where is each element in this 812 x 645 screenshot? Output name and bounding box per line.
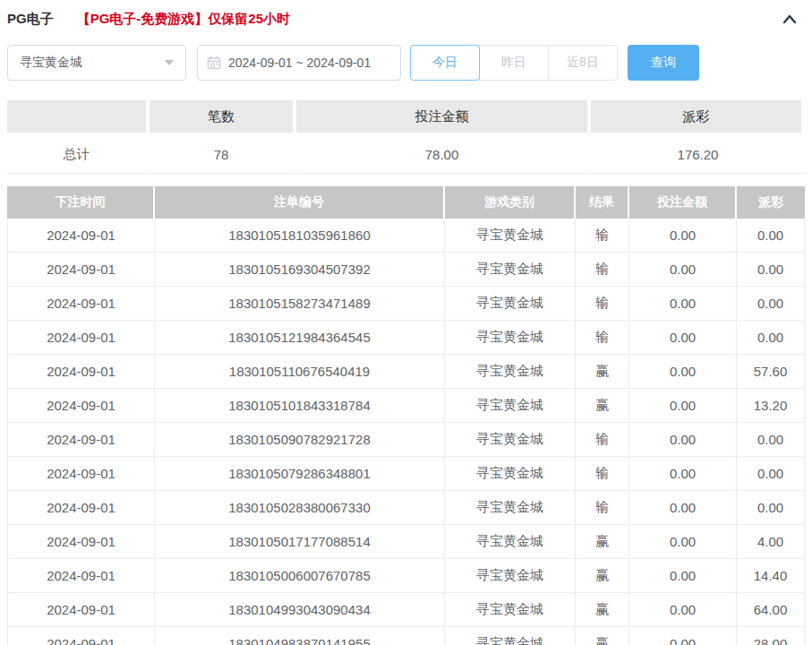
order-id-cell: 1830105121984364545 <box>155 321 445 355</box>
bet-amount-cell: 0.00 <box>629 389 737 423</box>
payout-cell: 0.00 <box>737 321 805 355</box>
result-cell: 输 <box>576 253 629 287</box>
game-type-cell: 寻宝黄金城 <box>445 457 576 491</box>
bet-amount-cell: 0.00 <box>629 321 737 355</box>
summary-header-payout: 派彩 <box>591 100 805 133</box>
bet-amount-cell: 0.00 <box>629 287 737 321</box>
query-button[interactable]: 查询 <box>628 45 699 81</box>
bet-amount-cell: 0.00 <box>629 559 737 593</box>
today-button[interactable]: 今日 <box>410 45 480 81</box>
game-type-cell: 寻宝黄金城 <box>445 559 576 593</box>
result-cell: 输 <box>576 423 629 457</box>
payout-cell: 64.00 <box>737 593 805 627</box>
bet-time-cell: 2024-09-01 <box>7 253 155 287</box>
order-id-cell: 1830105158273471489 <box>155 287 445 321</box>
result-cell: 赢 <box>576 627 629 645</box>
order-id-cell: 1830104983870141955 <box>155 627 445 645</box>
bet-time-cell: 2024-09-01 <box>7 321 155 355</box>
payout-cell: 4.00 <box>737 525 805 559</box>
game-type-cell: 寻宝黄金城 <box>445 219 576 253</box>
records-header-bet-amount: 投注金额 <box>629 186 737 219</box>
summary-header-bet-amount: 投注金额 <box>296 100 591 133</box>
game-select[interactable]: 寻宝黄金城 <box>7 45 186 81</box>
payout-cell: 0.00 <box>737 219 805 253</box>
records-header-payout: 派彩 <box>737 186 805 219</box>
table-row: 2024-09-01 1830105090782921728 寻宝黄金城 输 0… <box>7 423 805 457</box>
table-row: 2024-09-01 1830105101843318784 寻宝黄金城 赢 0… <box>7 389 805 423</box>
last-8-days-button[interactable]: 近8日 <box>548 45 618 81</box>
panel-header: PG电子 【PG电子-免费游戏】仅保留25小时 <box>0 0 812 29</box>
records-header-row: 下注时间 注单编号 游戏类别 结果 投注金额 派彩 <box>7 186 805 219</box>
summary-table: 笔数 投注金额 派彩 总计 78 78.00 176.20 <box>7 100 805 174</box>
bet-time-cell: 2024-09-01 <box>7 219 155 253</box>
table-row: 2024-09-01 1830104983870141955 寻宝黄金城 赢 0… <box>7 627 805 645</box>
game-type-cell: 寻宝黄金城 <box>445 423 576 457</box>
result-cell: 赢 <box>576 525 629 559</box>
result-cell: 输 <box>576 321 629 355</box>
game-type-cell: 寻宝黄金城 <box>445 525 576 559</box>
result-cell: 输 <box>576 491 629 525</box>
order-id-cell: 1830105028380067330 <box>155 491 445 525</box>
game-type-cell: 寻宝黄金城 <box>445 321 576 355</box>
records-body: 2024-09-01 1830105181035961860 寻宝黄金城 输 0… <box>7 219 805 645</box>
table-row: 2024-09-01 1830105017177088514 寻宝黄金城 赢 0… <box>7 525 805 559</box>
game-type-cell: 寻宝黄金城 <box>445 253 576 287</box>
bet-time-cell: 2024-09-01 <box>7 525 155 559</box>
bet-time-cell: 2024-09-01 <box>7 457 155 491</box>
game-type-cell: 寻宝黄金城 <box>445 491 576 525</box>
order-id-cell: 1830105017177088514 <box>155 525 445 559</box>
page-title: PG电子 <box>7 11 54 28</box>
order-id-cell: 1830105006007670785 <box>155 559 445 593</box>
summary-total-bet-amount: 78.00 <box>296 136 591 174</box>
calendar-icon <box>207 56 228 70</box>
table-row: 2024-09-01 1830105158273471489 寻宝黄金城 输 0… <box>7 287 805 321</box>
summary-total-count: 78 <box>150 136 296 174</box>
table-row: 2024-09-01 1830105028380067330 寻宝黄金城 输 0… <box>7 491 805 525</box>
order-id-cell: 1830105090782921728 <box>155 423 445 457</box>
records-header-result: 结果 <box>576 186 629 219</box>
game-type-cell: 寻宝黄金城 <box>445 287 576 321</box>
table-row: 2024-09-01 1830105181035961860 寻宝黄金城 输 0… <box>7 219 805 253</box>
order-id-cell: 1830105079286348801 <box>155 457 445 491</box>
summary-header-count: 笔数 <box>150 100 296 133</box>
result-cell: 赢 <box>576 559 629 593</box>
payout-cell: 14.40 <box>737 559 805 593</box>
result-cell: 赢 <box>576 355 629 389</box>
bet-amount-cell: 0.00 <box>629 627 737 645</box>
filter-bar: 寻宝黄金城 2024-09-01 ~ 2024-09-01 今日 昨日 近8日 … <box>7 45 805 81</box>
order-id-cell: 1830105181035961860 <box>155 219 445 253</box>
order-id-cell: 1830104993043090434 <box>155 593 445 627</box>
date-range-value: 2024-09-01 ~ 2024-09-01 <box>228 56 371 70</box>
bet-amount-cell: 0.00 <box>629 593 737 627</box>
free-game-notice: 【PG电子-免费游戏】仅保留25小时 <box>77 11 290 28</box>
bet-amount-cell: 0.00 <box>629 525 737 559</box>
table-row: 2024-09-01 1830105121984364545 寻宝黄金城 输 0… <box>7 321 805 355</box>
records-header-order-id: 注单编号 <box>155 186 445 219</box>
table-row: 2024-09-01 1830104993043090434 寻宝黄金城 赢 0… <box>7 593 805 627</box>
date-range-input[interactable]: 2024-09-01 ~ 2024-09-01 <box>197 45 401 81</box>
payout-cell: 0.00 <box>737 253 805 287</box>
bet-time-cell: 2024-09-01 <box>7 355 155 389</box>
bet-amount-cell: 0.00 <box>629 253 737 287</box>
order-id-cell: 1830105169304507392 <box>155 253 445 287</box>
yesterday-button[interactable]: 昨日 <box>479 45 549 81</box>
bet-amount-cell: 0.00 <box>629 219 737 253</box>
bet-time-cell: 2024-09-01 <box>7 559 155 593</box>
game-type-cell: 寻宝黄金城 <box>445 593 576 627</box>
result-cell: 输 <box>576 287 629 321</box>
payout-cell: 0.00 <box>737 491 805 525</box>
result-cell: 赢 <box>576 389 629 423</box>
records-header-game-type: 游戏类别 <box>445 186 576 219</box>
table-row: 2024-09-01 1830105110676540419 寻宝黄金城 赢 0… <box>7 355 805 389</box>
chevron-down-icon <box>165 60 174 65</box>
bet-amount-cell: 0.00 <box>629 457 737 491</box>
game-type-cell: 寻宝黄金城 <box>445 389 576 423</box>
game-type-cell: 寻宝黄金城 <box>445 627 576 645</box>
payout-cell: 28.00 <box>737 627 805 645</box>
result-cell: 输 <box>576 457 629 491</box>
chevron-up-icon <box>781 11 799 29</box>
bet-time-cell: 2024-09-01 <box>7 423 155 457</box>
collapse-panel-button[interactable] <box>780 10 799 30</box>
payout-cell: 0.00 <box>737 457 805 491</box>
payout-cell: 0.00 <box>737 287 805 321</box>
